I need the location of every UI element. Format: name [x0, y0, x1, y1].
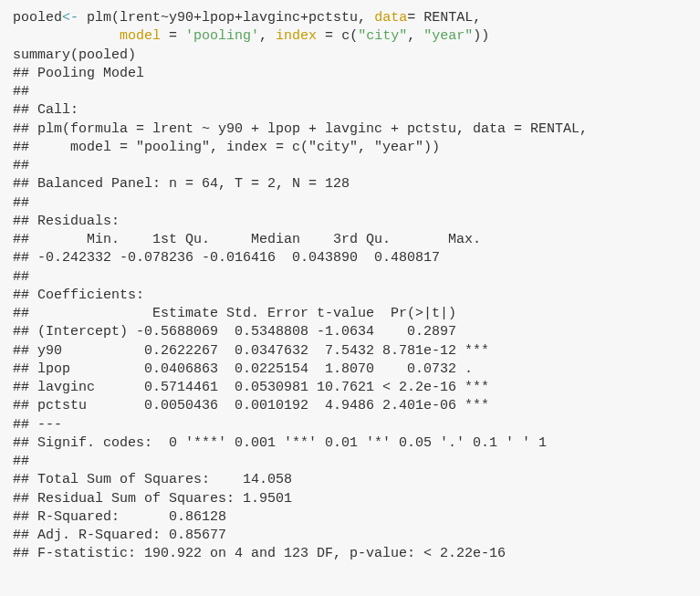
comma: , — [259, 28, 276, 44]
space — [78, 10, 87, 26]
obj-name: pooled — [13, 10, 62, 26]
fn-plm: plm — [87, 10, 111, 26]
str-pooling: 'pooling' — [185, 28, 259, 44]
code-block: pooled<- plm(lrent~y90+lpop+lavginc+pcts… — [13, 9, 687, 564]
summary-call: summary(pooled) — [13, 47, 136, 63]
output-line: ## — [13, 157, 687, 175]
code-line-3: summary(pooled) — [13, 47, 687, 65]
arg-data: data — [374, 10, 407, 26]
open-paren: ( — [111, 10, 120, 26]
output-line: ## lavginc 0.5714461 0.0530981 10.7621 <… — [13, 379, 687, 397]
output-line: ## Min. 1st Qu. Median 3rd Qu. Max. — [13, 231, 687, 249]
output-line: ## F-statistic: 190.922 on 4 and 123 DF,… — [13, 545, 687, 563]
fn-c: c( — [341, 28, 358, 44]
pad — [13, 28, 120, 44]
assign-op: <- — [62, 10, 78, 26]
output-line: ## — [13, 83, 687, 101]
output-line: ## Coefficients: — [13, 287, 687, 305]
output-line: ## y90 0.2622267 0.0347632 7.5432 8.781e… — [13, 342, 687, 361]
output-line: ## Signif. codes: 0 '***' 0.001 '**' 0.0… — [13, 434, 687, 453]
arg-index: index — [276, 28, 317, 44]
output-line: ## Adj. R-Squared: 0.85677 — [13, 527, 687, 545]
str-city: "city" — [358, 28, 407, 44]
eq: = — [317, 28, 341, 44]
output-line: ## Pooling Model — [13, 65, 687, 83]
output-line: ## Total Sum of Squares: 14.058 — [13, 471, 687, 489]
output-line: ## (Intercept) -0.5688069 0.5348808 -1.0… — [13, 323, 687, 341]
comma: , — [407, 28, 423, 44]
code-line-1: pooled<- plm(lrent~y90+lpop+lavginc+pcts… — [13, 9, 687, 27]
output-line: ## Call: — [13, 101, 687, 120]
output-line: ## — [13, 453, 687, 471]
output-line: ## --- — [13, 416, 687, 434]
output-line: ## — [13, 268, 687, 287]
arg-model: model — [120, 28, 161, 44]
comma: , — [473, 10, 481, 26]
output-line: ## plm(formula = lrent ~ y90 + lpop + la… — [13, 120, 687, 139]
dataset: RENTAL — [423, 10, 473, 26]
eq: = — [161, 28, 185, 44]
formula: lrent~y90+lpop+lavginc+pctstu, — [120, 10, 374, 26]
output-line: ## lpop 0.0406863 0.0225154 1.8070 0.073… — [13, 361, 687, 379]
output-line: ## Residual Sum of Squares: 1.9501 — [13, 490, 687, 508]
output-line: ## model = "pooling", index = c("city", … — [13, 139, 687, 157]
output-line: ## -0.242332 -0.078236 -0.016416 0.04389… — [13, 249, 687, 267]
output-line: ## R-Squared: 0.86128 — [13, 508, 687, 527]
output-line: ## Balanced Panel: n = 64, T = 2, N = 12… — [13, 175, 687, 193]
output-line: ## pctstu 0.0050436 0.0010192 4.9486 2.4… — [13, 397, 687, 415]
code-line-2: model = 'pooling', index = c("city", "ye… — [13, 27, 687, 46]
close: )) — [473, 28, 489, 44]
str-year: "year" — [423, 28, 473, 44]
eq: = — [407, 10, 423, 26]
output-line: ## — [13, 194, 687, 213]
output-line: ## Residuals: — [13, 213, 687, 231]
output-line: ## Estimate Std. Error t-value Pr(>|t|) — [13, 305, 687, 323]
